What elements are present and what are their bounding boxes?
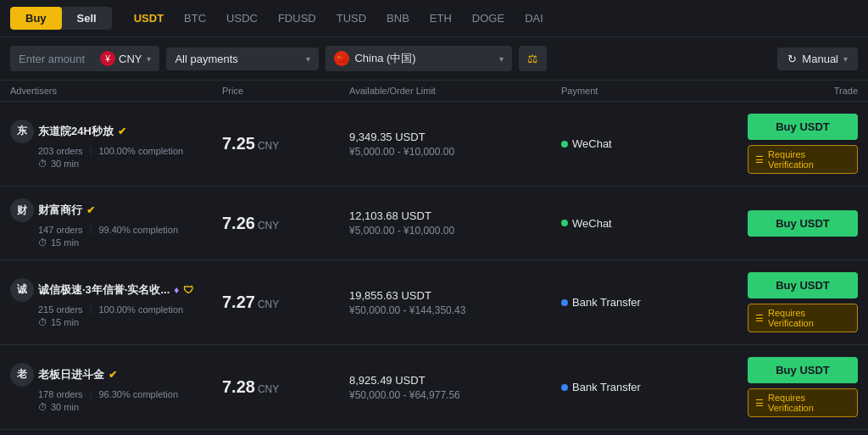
verification-badge-2: ☰Requires Verification: [748, 304, 858, 332]
verify-label-0: Requires Verification: [768, 149, 850, 170]
avatar-2: 诚: [10, 278, 34, 302]
adv-name-3[interactable]: 老板日进斗金: [38, 367, 104, 382]
currency-tab-dai[interactable]: DAI: [516, 7, 552, 30]
avail-amount-0: 9,349.35 USDT: [349, 131, 561, 143]
currency-tab-doge[interactable]: DOGE: [464, 7, 513, 30]
payment-label-3: Bank Transfer: [572, 381, 641, 393]
advertiser-col-1: 财财富商行✔147 orders|99.40% completion⏱15 mi…: [10, 198, 222, 248]
buy-usdt-button-3[interactable]: Buy USDT: [748, 357, 858, 383]
payments-select[interactable]: All payments ▾: [166, 47, 319, 70]
trade-col-2: Buy USDT☰Requires Verification: [731, 272, 858, 332]
avail-col-3: 8,925.49 USDT¥50,000.00 - ¥64,977.56: [349, 374, 561, 401]
currency-tab-fdusd[interactable]: FDUSD: [270, 7, 325, 30]
buy-button[interactable]: Buy: [10, 7, 62, 30]
price-currency-1: CNY: [258, 220, 279, 231]
avatar-0: 东: [10, 120, 34, 143]
orders-1: 147 orders: [38, 225, 83, 235]
payment-col-0: WeChat: [561, 137, 731, 150]
col-payment: Payment: [561, 86, 731, 96]
currency-tab-eth[interactable]: ETH: [421, 7, 460, 30]
price-currency-3: CNY: [258, 383, 279, 395]
clock-icon-0: ⏱: [38, 159, 47, 169]
buy-usdt-button-0[interactable]: Buy USDT: [748, 114, 858, 140]
price-col-2: 7.27CNY: [222, 293, 349, 312]
time-val-3: 30 min: [51, 402, 79, 412]
currency-tabs: USDTBTCUSDCFDUSDTUSDBNBETHDOGEDAI: [125, 7, 552, 30]
price-currency-0: CNY: [258, 140, 279, 152]
col-avail-limit: Available/Order Limit: [349, 86, 561, 96]
payment-dot-3: [561, 384, 568, 391]
table-header: Advertisers Price Available/Order Limit …: [0, 81, 868, 102]
table-row: 诚诚信极速·3年信誉·实名收...♦🛡215 orders|100.00% co…: [0, 260, 868, 345]
avail-amount-1: 12,103.68 USDT: [349, 209, 561, 222]
avail-range-2: ¥50,000.00 - ¥144,350.43: [349, 304, 561, 316]
buy-usdt-button-2[interactable]: Buy USDT: [748, 272, 858, 298]
price-big-1: 7.26: [222, 214, 255, 232]
table-row: 东东道院24H秒放✔203 orders|100.00% completion⏱…: [0, 102, 868, 187]
price-col-3: 7.28CNY: [222, 377, 349, 397]
verify-label-2: Requires Verification: [768, 308, 850, 328]
country-select[interactable]: 🇨🇳 China (中国) ▾: [326, 46, 512, 71]
verify-icon-0: ☰: [755, 154, 764, 165]
adv-stats-0: 203 orders|100.00% completion: [38, 146, 222, 156]
payments-arrow: ▾: [306, 54, 310, 64]
currency-tab-btc[interactable]: BTC: [175, 7, 214, 30]
avail-col-1: 12,103.68 USDT¥5,000.00 - ¥10,000.00: [349, 209, 561, 237]
clock-icon-2: ⏱: [38, 317, 47, 327]
adv-time-0: ⏱30 min: [38, 159, 222, 169]
time-val-0: 30 min: [51, 159, 79, 169]
diamond-icon-2: ♦: [174, 284, 179, 296]
trade-col-1: Buy USDT: [731, 210, 858, 237]
sell-button[interactable]: Sell: [62, 7, 112, 30]
time-val-2: 15 min: [51, 317, 79, 327]
amount-input[interactable]: [19, 53, 95, 65]
completion-2: 100.00% completion: [98, 304, 183, 315]
advertiser-col-0: 东东道院24H秒放✔203 orders|100.00% completion⏱…: [10, 120, 222, 169]
verified-icon-3: ✔: [108, 369, 117, 381]
buy-usdt-button-1[interactable]: Buy USDT: [748, 210, 858, 237]
orders-3: 178 orders: [38, 389, 83, 399]
adv-time-1: ⏱15 min: [38, 237, 222, 248]
orders-0: 203 orders: [38, 146, 83, 156]
verify-icon-2: ☰: [755, 313, 764, 324]
payment-label-1: WeChat: [572, 217, 612, 230]
col-price: Price: [222, 86, 349, 96]
manual-button[interactable]: ↻ Manual ▾: [777, 47, 858, 70]
avail-col-0: 9,349.35 USDT¥5,000.00 - ¥10,000.00: [349, 131, 561, 158]
ad-rows-container: 东东道院24H秒放✔203 orders|100.00% completion⏱…: [0, 102, 868, 430]
price-big-2: 7.27: [222, 293, 255, 311]
country-arrow: ▾: [499, 54, 504, 64]
currency-tab-bnb[interactable]: BNB: [378, 7, 418, 30]
verify-icon-3: ☰: [755, 398, 764, 409]
adv-name-0[interactable]: 东道院24H秒放: [38, 124, 114, 139]
country-label: China (中国): [354, 51, 415, 66]
adv-time-2: ⏱15 min: [38, 317, 222, 327]
adv-name-row-2: 诚诚信极速·3年信誉·实名收...♦🛡: [10, 278, 222, 302]
avail-range-1: ¥5,000.00 - ¥10,000.00: [349, 225, 561, 237]
currency-tab-usdc[interactable]: USDC: [218, 7, 266, 30]
avail-range-3: ¥50,000.00 - ¥64,977.56: [349, 389, 561, 401]
currency-dropdown-arrow[interactable]: ▾: [147, 54, 151, 64]
completion-0: 100.00% completion: [98, 146, 183, 156]
payment-col-3: Bank Transfer: [561, 381, 731, 393]
payment-col-2: Bank Transfer: [561, 296, 731, 309]
payments-label: All payments: [175, 53, 237, 65]
adv-name-2[interactable]: 诚信极速·3年信誉·实名收...: [38, 282, 170, 298]
price-currency-2: CNY: [258, 298, 279, 310]
price-big-0: 7.25: [222, 134, 255, 153]
clock-icon-1: ⏱: [38, 237, 47, 248]
currency-tab-tusd[interactable]: TUSD: [328, 7, 375, 30]
currency-tab-usdt[interactable]: USDT: [125, 7, 172, 30]
verification-badge-3: ☰Requires Verification: [748, 388, 858, 417]
advertiser-col-3: 老老板日进斗金✔178 orders|96.30% completion⏱30 …: [10, 363, 222, 412]
adv-stats-2: 215 orders|100.00% completion: [38, 304, 222, 315]
avail-col-2: 19,855.63 USDT¥50,000.00 - ¥144,350.43: [349, 289, 561, 316]
table-row: 老老板日进斗金✔178 orders|96.30% completion⏱30 …: [0, 345, 868, 430]
cny-flag: ¥: [100, 51, 115, 66]
avail-amount-3: 8,925.49 USDT: [349, 374, 561, 387]
col-advertisers: Advertisers: [10, 86, 222, 96]
currency-code: CNY: [119, 53, 142, 65]
adv-name-1[interactable]: 财富商行: [38, 203, 82, 218]
filter-button[interactable]: ⚖: [519, 46, 547, 71]
adv-stats-3: 178 orders|96.30% completion: [38, 389, 222, 399]
